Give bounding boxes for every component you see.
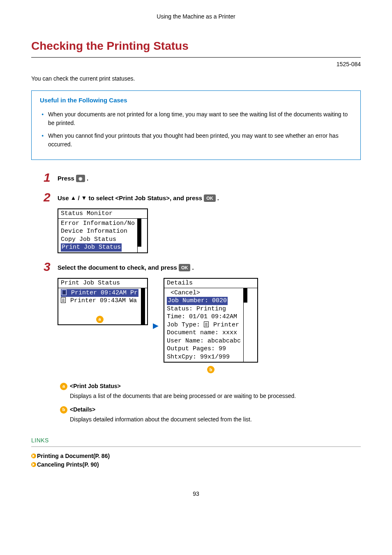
lcd-details: Details <Cancel> Job Number: 0020 Status… — [164, 278, 258, 363]
step-text: Use — [58, 194, 69, 203]
lcd-line: Job Type: Printer — [167, 321, 241, 329]
lcd-line: Document name: xxxx — [167, 329, 241, 337]
page-title: Checking the Printing Status — [31, 37, 361, 58]
document-id: 1525-084 — [31, 60, 361, 69]
lcd-line-selected: Printer 09:42AM Pr — [61, 289, 138, 297]
callout-a-badge: a — [96, 316, 104, 323]
lcd-title: Details — [164, 279, 257, 288]
step-text: to select <Print Job Status>, and press — [88, 194, 202, 203]
links-heading: LINKS — [31, 436, 361, 447]
lcd-line: <Cancel> — [167, 289, 241, 297]
breadcrumb: Using the Machine as a Printer — [31, 12, 361, 21]
document-icon — [61, 297, 66, 303]
step-text: . — [192, 263, 194, 273]
link-bullet-icon — [31, 453, 36, 458]
definition-body: Displays a list of the documents that ar… — [70, 392, 361, 400]
scrollbar — [243, 288, 247, 362]
definition-a: a <Print Job Status> Displays a list of … — [60, 382, 361, 400]
case-item: When your documents are not printed for … — [42, 110, 352, 127]
intro-text: You can check the current print statuses… — [31, 74, 361, 83]
up-arrow-icon: ▲ — [71, 194, 76, 202]
definition-b: b <Details> Displays detailed informatio… — [60, 405, 361, 424]
arrow-right-icon: ▶ — [153, 320, 159, 331]
step-3: 3 Select the document to check, and pres… — [44, 261, 361, 374]
scrollbar — [137, 219, 141, 252]
link-bullet-icon — [31, 462, 36, 467]
definition-body: Displays detailed information about the … — [70, 415, 361, 424]
lcd-status-monitor: Status Monitor Error Information/No Devi… — [58, 208, 148, 253]
case-item: When you cannot find your printouts that… — [42, 132, 352, 149]
callout-b-badge: b — [207, 366, 214, 373]
definition-title: <Details> — [70, 405, 95, 414]
document-icon — [62, 289, 67, 295]
ok-key-icon: OK — [204, 194, 216, 202]
lcd-line: Error Information/No — [61, 220, 135, 228]
step-1: 1 Press ◉ . — [44, 171, 361, 184]
lcd-line: Device Information — [61, 227, 135, 236]
step-text: . — [217, 194, 219, 203]
down-arrow-icon: ▼ — [81, 194, 87, 202]
definition-title: <Print Job Status> — [70, 382, 121, 391]
lcd-line: Copy Job Status — [61, 236, 135, 244]
step-text: / — [78, 194, 79, 203]
lcd-line-selected: Print Job Status — [61, 243, 122, 252]
lcd-print-job-status: Print Job Status Printer 09:42AM Pr Prin… — [58, 278, 148, 325]
page-number: 93 — [31, 490, 361, 498]
definitions: a <Print Job Status> Displays a list of … — [60, 382, 361, 424]
status-monitor-key-icon: ◉ — [76, 175, 85, 182]
step-text: . — [87, 174, 88, 183]
lcd-line: Output Pages: 99 — [167, 345, 241, 353]
lcd-title: Status Monitor — [58, 209, 147, 219]
lcd-line: Status: Printing — [167, 305, 241, 313]
link-item[interactable]: Printing a Document(P. 86) — [31, 452, 361, 460]
step-text: Select the document to check, and press — [58, 263, 177, 273]
document-icon — [204, 321, 209, 327]
step-number: 2 — [44, 191, 53, 204]
lcd-line: Time: 01/01 09:42AM — [167, 313, 241, 321]
step-text: Press — [58, 174, 74, 183]
ok-key-icon: OK — [179, 264, 191, 271]
useful-cases-box: Useful in the Following Cases When your … — [31, 90, 361, 160]
lcd-line: User Name: abcabcabc — [167, 337, 241, 345]
callout-a-badge: a — [60, 383, 67, 390]
lcd-line-selected: Job Number: 0020 — [167, 297, 228, 305]
useful-cases-heading: Useful in the Following Cases — [40, 96, 352, 105]
step-number: 3 — [44, 261, 53, 273]
callout-b-badge: b — [60, 406, 67, 414]
lcd-title: Print Job Status — [58, 279, 147, 288]
link-item[interactable]: Canceling Prints(P. 90) — [31, 460, 361, 469]
lcd-line: Printer 09:43AM Wa — [61, 297, 138, 305]
step-2: 2 Use ▲ / ▼ to select <Print Job Status>… — [44, 191, 361, 253]
lcd-line: ShtxCpy: 99x1/999 — [167, 353, 241, 361]
step-number: 1 — [44, 171, 53, 184]
scrollbar — [141, 288, 145, 324]
